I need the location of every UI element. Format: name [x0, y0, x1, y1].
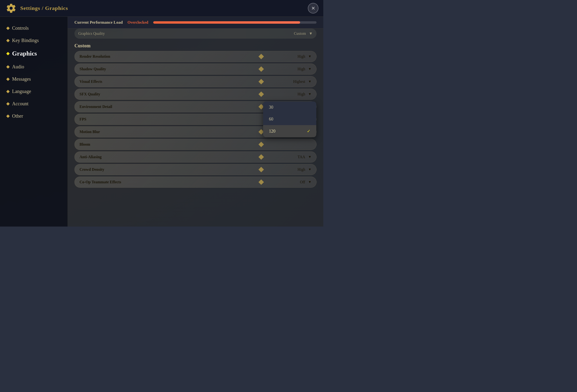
sidebar: Controls Key Bindings Graphics Audio Mes… — [0, 17, 68, 227]
main-content: Current Performance Load Overclocked Gra… — [68, 17, 323, 227]
sidebar-item-key-bindings[interactable]: Key Bindings — [0, 35, 68, 46]
sidebar-item-label: Account — [12, 101, 29, 106]
sidebar-item-label: Other — [12, 113, 23, 119]
sfx-quality-label: SFX Quality — [79, 92, 100, 96]
chevron-down-icon: ▼ — [308, 92, 311, 96]
sidebar-item-label: Controls — [12, 25, 29, 31]
diamond-accent-icon — [258, 66, 264, 72]
fps-option-60[interactable]: 60 — [263, 113, 316, 125]
fps-dropdown[interactable]: 30 60 120 ✓ — [263, 101, 316, 137]
chevron-down-icon: ▼ — [308, 67, 311, 71]
sidebar-item-messages[interactable]: Messages — [0, 73, 68, 85]
diamond-accent-icon — [258, 179, 264, 185]
performance-label: Current Performance Load — [74, 20, 123, 25]
settings-panel: Graphics Quality Custom ▼ Custom Render … — [68, 29, 323, 227]
sfx-quality-row[interactable]: SFX Quality High ▼ — [74, 89, 317, 100]
performance-bar: Current Performance Load Overclocked — [68, 17, 323, 29]
render-resolution-value-wrap: High ▼ — [297, 54, 311, 59]
custom-section-title: Custom — [74, 39, 317, 51]
fps-option-30[interactable]: 30 — [263, 101, 316, 113]
diamond-icon — [6, 77, 10, 81]
fps-row[interactable]: FPS 120 ▼ 30 60 120 — [74, 114, 317, 125]
graphics-quality-label: Graphics Quality — [78, 32, 105, 36]
visual-effects-row[interactable]: Visual Effects Highest ▼ — [74, 76, 317, 87]
diamond-accent-icon — [258, 154, 264, 160]
chevron-down-icon: ▼ — [308, 80, 311, 84]
crowd-density-label: Crowd Density — [79, 167, 104, 172]
diamond-icon — [6, 52, 10, 55]
modal-body: Controls Key Bindings Graphics Audio Mes… — [0, 17, 323, 227]
diamond-accent-icon — [258, 92, 264, 97]
anti-aliasing-value: TAA — [298, 155, 305, 159]
fps-label: FPS — [79, 117, 86, 122]
sidebar-item-label: Language — [12, 89, 31, 94]
bloom-row[interactable]: Bloom — [74, 139, 317, 150]
diamond-icon — [6, 26, 10, 30]
sidebar-item-account[interactable]: Account — [0, 98, 68, 109]
graphics-quality-row[interactable]: Graphics Quality Custom ▼ — [74, 29, 317, 39]
chevron-down-icon: ▼ — [308, 155, 311, 159]
sidebar-item-label: Messages — [12, 76, 31, 82]
sidebar-item-other[interactable]: Other — [0, 110, 68, 122]
fps-option-120[interactable]: 120 ✓ — [263, 125, 316, 137]
visual-effects-value-wrap: Highest ▼ — [293, 79, 311, 84]
sidebar-item-graphics[interactable]: Graphics — [0, 47, 68, 60]
anti-aliasing-label: Anti-Aliasing — [79, 155, 102, 159]
settings-modal: Settings / Graphics ✕ Controls Key Bindi… — [0, 0, 323, 227]
crowd-density-value-wrap: High ▼ — [297, 167, 311, 172]
shadow-quality-row[interactable]: Shadow Quality High ▼ — [74, 64, 317, 75]
close-button[interactable]: ✕ — [308, 3, 319, 14]
graphics-quality-value: Custom — [294, 32, 306, 36]
coop-effects-value-wrap: Off ▼ — [300, 180, 311, 184]
graphics-quality-value-wrap: Custom ▼ — [294, 32, 313, 36]
shadow-quality-value-wrap: High ▼ — [297, 67, 311, 71]
sidebar-item-label: Audio — [12, 64, 24, 69]
check-icon: ✓ — [307, 129, 311, 134]
header-title: Settings / Graphics — [20, 5, 68, 11]
diamond-accent-icon — [258, 79, 264, 85]
chevron-down-icon: ▼ — [308, 55, 311, 59]
fps-option-30-label: 30 — [269, 105, 273, 110]
anti-aliasing-value-wrap: TAA ▼ — [298, 155, 311, 159]
sidebar-item-language[interactable]: Language — [0, 86, 68, 97]
bloom-label: Bloom — [79, 142, 90, 147]
visual-effects-value: Highest — [293, 79, 305, 84]
diamond-icon — [6, 90, 10, 93]
sidebar-item-audio[interactable]: Audio — [0, 61, 68, 72]
visual-effects-label: Visual Effects — [79, 79, 102, 84]
diamond-accent-icon — [258, 142, 264, 147]
crowd-density-value: High — [297, 167, 305, 172]
environment-detail-label: Environment Detail — [79, 105, 112, 109]
render-resolution-value: High — [297, 54, 305, 59]
sidebar-item-label: Key Bindings — [12, 38, 39, 43]
diamond-icon — [6, 65, 10, 68]
crowd-density-row[interactable]: Crowd Density High ▼ — [74, 164, 317, 175]
diamond-icon — [6, 114, 10, 118]
sidebar-item-controls[interactable]: Controls — [0, 23, 68, 34]
motion-blur-label: Motion Blur — [79, 130, 100, 134]
chevron-down-icon: ▼ — [309, 32, 313, 36]
fps-option-60-label: 60 — [269, 117, 273, 122]
chevron-down-icon: ▼ — [308, 180, 311, 184]
sfx-quality-value-wrap: High ▼ — [297, 92, 311, 96]
performance-track — [153, 21, 317, 24]
diamond-accent-icon — [258, 54, 264, 59]
diamond-accent-icon — [258, 167, 264, 172]
shadow-quality-value: High — [297, 67, 305, 71]
coop-effects-value: Off — [300, 180, 305, 184]
modal-header: Settings / Graphics ✕ — [0, 0, 323, 17]
sidebar-item-label: Graphics — [12, 50, 37, 57]
chevron-down-icon: ▼ — [308, 168, 311, 171]
shadow-quality-label: Shadow Quality — [79, 67, 106, 71]
render-resolution-row[interactable]: Render Resolution High ▼ — [74, 51, 317, 62]
performance-fill — [153, 21, 300, 24]
coop-effects-label: Co-Op Teammate Effects — [79, 180, 121, 184]
performance-status: Overclocked — [128, 20, 148, 25]
sfx-quality-value: High — [297, 92, 305, 96]
fps-option-120-label: 120 — [269, 129, 275, 134]
render-resolution-label: Render Resolution — [79, 54, 110, 59]
diamond-icon — [6, 102, 10, 105]
coop-effects-row[interactable]: Co-Op Teammate Effects Off ▼ — [74, 177, 317, 188]
gear-icon — [6, 3, 16, 14]
anti-aliasing-row[interactable]: Anti-Aliasing TAA ▼ — [74, 151, 317, 163]
